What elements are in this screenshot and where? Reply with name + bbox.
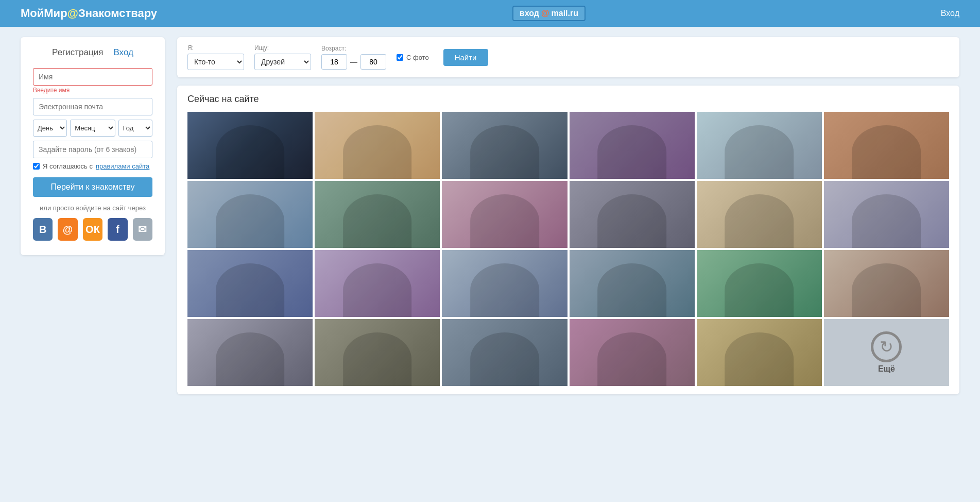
user-photo-21[interactable] [442, 319, 567, 386]
more-button[interactable]: Ещё [824, 319, 949, 386]
photo-grid: Ещё [187, 112, 949, 386]
agree-checkbox[interactable] [33, 163, 40, 170]
register-box: Регистрация Вход Введите имя День Месяц … [21, 37, 165, 255]
age-field: Возраст: — [321, 45, 386, 70]
mailru-login-btn[interactable]: вход@mail.ru [512, 6, 586, 21]
year-select[interactable]: Год [118, 120, 152, 137]
agree-row: Я соглашаюсь с правилами сайта [33, 162, 152, 170]
with-photo-checkbox[interactable] [397, 54, 403, 61]
user-photo-13[interactable] [187, 250, 313, 317]
i-field: Я: Кто-то [187, 44, 244, 70]
user-photo-17[interactable] [697, 250, 822, 317]
name-error: Введите имя [33, 87, 152, 94]
tab-register[interactable]: Регистрация [52, 47, 103, 59]
logo-part2: Знакомства [78, 7, 144, 20]
header: МойМир@Знакомствару вход@mail.ru Вход [0, 0, 980, 27]
with-photo-label: С фото [406, 54, 429, 61]
user-photo-2[interactable] [315, 112, 440, 179]
day-select[interactable]: День [33, 120, 67, 137]
online-section: Сейчас на сайте [177, 86, 959, 394]
header-login-link[interactable]: Вход [941, 9, 959, 18]
i-label: Я: [187, 44, 244, 52]
user-photo-20[interactable] [315, 319, 440, 386]
vk-login-btn[interactable]: В [33, 218, 53, 241]
search-box: Я: Кто-то Ищу: Друзей Возраст: — [177, 37, 959, 77]
register-button[interactable]: Перейти к знакомству [33, 177, 152, 197]
i-select[interactable]: Кто-то [187, 54, 244, 70]
age-dash: — [350, 58, 357, 66]
user-photo-12[interactable] [824, 181, 949, 248]
online-title: Сейчас на сайте [187, 94, 949, 105]
user-photo-11[interactable] [697, 181, 822, 248]
password-input[interactable] [33, 141, 152, 158]
user-photo-6[interactable] [824, 112, 949, 179]
looking-label: Ищу: [254, 44, 311, 52]
email-input[interactable] [33, 98, 152, 115]
looking-select[interactable]: Друзей [254, 54, 311, 70]
social-login-row: В @ ОК f ✉ [33, 218, 152, 241]
age-row: — [321, 54, 386, 70]
user-photo-3[interactable] [442, 112, 567, 179]
user-photo-19[interactable] [187, 319, 313, 386]
name-input[interactable] [33, 68, 152, 86]
search-button[interactable]: Найти [443, 49, 488, 66]
month-select[interactable]: Месяц [70, 120, 115, 137]
more-social-btn[interactable]: ✉ [133, 218, 152, 241]
rules-link[interactable]: правилами сайта [96, 162, 149, 170]
user-photo-1[interactable] [187, 112, 313, 179]
user-photo-16[interactable] [570, 250, 695, 317]
main-content: Регистрация Вход Введите имя День Месяц … [0, 27, 980, 405]
right-panel: Я: Кто-то Ищу: Друзей Возраст: — [177, 37, 959, 394]
user-photo-14[interactable] [315, 250, 440, 317]
user-photo-23[interactable] [697, 319, 822, 386]
refresh-icon [871, 331, 902, 362]
age-from-input[interactable] [321, 54, 347, 70]
user-photo-5[interactable] [697, 112, 822, 179]
tab-login[interactable]: Вход [113, 47, 133, 59]
ok-login-btn[interactable]: ОК [83, 218, 102, 241]
age-to-input[interactable] [360, 54, 386, 70]
user-photo-4[interactable] [570, 112, 695, 179]
user-photo-9[interactable] [442, 181, 567, 248]
more-label: Ещё [878, 364, 895, 374]
logo-part3: ру [144, 7, 157, 20]
agree-text: Я соглашаюсь с [43, 162, 93, 170]
left-panel: Регистрация Вход Введите имя День Месяц … [21, 37, 165, 394]
site-logo: МойМир@Знакомствару [21, 7, 157, 20]
user-photo-10[interactable] [570, 181, 695, 248]
or-text: или просто войдите на сайт через [33, 204, 152, 212]
user-photo-8[interactable] [315, 181, 440, 248]
user-photo-15[interactable] [442, 250, 567, 317]
birthdate-row: День Месяц Год [33, 120, 152, 137]
user-photo-18[interactable] [824, 250, 949, 317]
with-photo-row: С фото [397, 54, 429, 61]
mail-login-btn[interactable]: @ [58, 218, 77, 241]
logo-at: @ [67, 7, 78, 20]
logo-part1: МойМир [21, 7, 67, 20]
user-photo-22[interactable] [570, 319, 695, 386]
mailru-domain: mail.ru [552, 9, 578, 18]
mailru-at-icon: @ [541, 9, 549, 18]
user-photo-7[interactable] [187, 181, 313, 248]
auth-tabs: Регистрация Вход [33, 47, 152, 59]
fb-login-btn[interactable]: f [108, 218, 127, 241]
looking-field: Ищу: Друзей [254, 44, 311, 70]
age-label: Возраст: [321, 45, 386, 52]
mailru-label: вход [520, 9, 539, 18]
